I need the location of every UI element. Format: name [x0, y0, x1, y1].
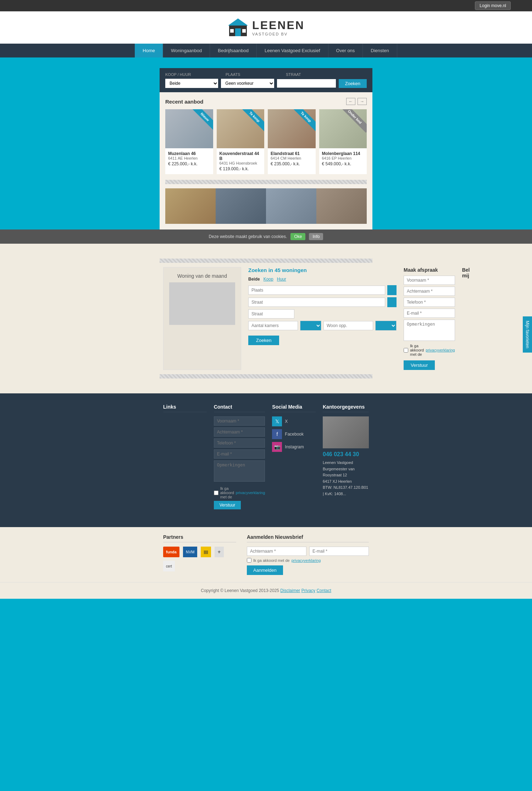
svg-rect-3: [230, 29, 234, 33]
bel-col: Bel mij: [462, 267, 470, 370]
footer-telefoon[interactable]: [214, 438, 265, 448]
footer-privacy-checkbox[interactable]: [214, 491, 218, 495]
strip-photo-1: [165, 188, 216, 224]
woon-select[interactable]: [375, 321, 397, 331]
copyright-disclaimer[interactable]: Disclaimer: [280, 588, 300, 593]
nav-item-home[interactable]: Home: [135, 44, 163, 57]
badge-onderbod: Onder bod: [339, 109, 367, 133]
divider-top: [160, 259, 372, 263]
footer-voornaam[interactable]: [214, 416, 265, 426]
footer-email[interactable]: [214, 449, 265, 459]
logo-sub: VASTGOED BV: [252, 32, 305, 36]
svg-rect-2: [235, 28, 241, 36]
strip-photo-4: [316, 188, 367, 224]
property-price: € 119.000,- k.k.: [220, 166, 262, 171]
zoeken-tab-beide[interactable]: Beide: [248, 277, 260, 282]
property-price: € 235.000,- k.k.: [271, 161, 313, 166]
afspraak-achternaam[interactable]: [404, 287, 455, 296]
property-address: 6416 EP Heerlen: [322, 156, 364, 160]
nieuwsbrief-privacy-checkbox[interactable]: [247, 558, 251, 563]
property-card[interactable]: Onder bod Molenberglaan 114 6416 EP Heer…: [319, 109, 367, 174]
copyright-contact[interactable]: Contact: [316, 588, 331, 593]
zoeken-kamers-input[interactable]: [248, 321, 298, 330]
nieuwsbrief-title: Aanmelden Nieuwsbrief: [247, 534, 369, 542]
content-panel: Recent aanbod ← → Nieuw Muzenlaan 46 641…: [160, 92, 372, 229]
copyright: Copyright © Leenen Vastgoed 2013-2025 Di…: [0, 582, 532, 599]
zoeken-button[interactable]: Zoeken: [248, 336, 279, 345]
footer-links-col: Links: [163, 404, 207, 509]
footer-verstuur-button[interactable]: Verstuur: [214, 501, 241, 509]
footer: Links Contact Ik ga akkoord met de priva…: [0, 393, 532, 527]
cookie-text: Deze website maakt gebruik van cookies.: [209, 234, 287, 239]
aanmelden-button[interactable]: Aanmelden: [247, 565, 283, 575]
partner-logo-cert: cert: [163, 561, 175, 571]
nav-item-woningaanbod[interactable]: Woningaanbod: [163, 44, 210, 57]
next-arrow[interactable]: →: [358, 98, 367, 105]
plaats-select[interactable]: Geen voorkeur Heerlen Hoensbroek: [221, 79, 274, 88]
property-address: 6411 AE Heerlen: [168, 156, 210, 160]
svg-rect-4: [242, 29, 246, 33]
property-card[interactable]: Nieuw Muzenlaan 46 6411 AE Heerlen € 225…: [165, 109, 213, 174]
afspraak-telefoon[interactable]: [404, 298, 455, 307]
privacy-link[interactable]: privacyverklaring: [426, 348, 455, 352]
badge-nieuw: Nieuw: [192, 109, 213, 130]
contact-form-section: Maak afspraak Ik ga akkoord met de priva…: [404, 267, 470, 370]
straat-btn[interactable]: [387, 297, 397, 307]
sidebar-fav-label: Mijn favorieten: [525, 321, 530, 348]
social-instagram[interactable]: 📷 Instagram: [272, 442, 316, 452]
afspraak-voornaam[interactable]: [404, 276, 455, 285]
footer-privacy-link[interactable]: privacyverklaring: [236, 491, 265, 495]
kamers-select[interactable]: [300, 321, 321, 331]
nieuwsbrief-achternaam[interactable]: [247, 547, 306, 556]
zoeken-woon-input[interactable]: [323, 321, 373, 330]
zoeken-straat2-input[interactable]: [248, 309, 294, 319]
cookie-ok-button[interactable]: Oke: [290, 233, 305, 240]
straat-input[interactable]: [277, 79, 336, 88]
kantoor-image: [323, 416, 369, 448]
nav-item-diensten[interactable]: Diensten: [363, 44, 397, 57]
afspraak-email[interactable]: [404, 309, 455, 318]
footer-achternaam[interactable]: [214, 427, 265, 437]
straat-label: STRAAT: [286, 72, 367, 77]
verstuur-button[interactable]: Verstuur: [404, 360, 435, 370]
nav-item-exclusief[interactable]: Leenen Vastgoed Exclusief: [257, 44, 328, 57]
footer-kantoor-title: Kantoorgegevens: [323, 404, 369, 412]
search-button[interactable]: Zoeken: [339, 79, 367, 88]
nvm-logo: NVM: [183, 547, 197, 557]
footer-opmerkingen[interactable]: [214, 460, 265, 482]
login-button[interactable]: Login move.nl: [475, 1, 511, 10]
footer-contact-col: Contact Ik ga akkoord met de privacyverk…: [214, 404, 265, 509]
copyright-privacy[interactable]: Privacy: [301, 588, 315, 593]
footer-privacy-text: Ik ga akkoord met de: [220, 486, 234, 499]
partner-logo-3: ||||: [201, 547, 211, 557]
zoeken-plaats-input[interactable]: [248, 286, 385, 295]
header: LEENEN VASTGOED BV: [0, 11, 532, 44]
plaats-btn[interactable]: [387, 285, 397, 295]
zoeken-straat-input[interactable]: [248, 298, 385, 307]
nieuwsbrief-privacy-link[interactable]: privacyverklaring: [292, 558, 321, 563]
prev-arrow[interactable]: ←: [346, 98, 355, 105]
afspraak-privacy-checkbox[interactable]: [404, 348, 408, 353]
social-twitter[interactable]: 𝕏 X: [272, 416, 316, 426]
footer-links-title: Links: [163, 404, 207, 412]
property-card[interactable]: Te koop Kouvenderstraat 44 B 6431 HG Hoe…: [217, 109, 265, 174]
properties-grid: Nieuw Muzenlaan 46 6411 AE Heerlen € 225…: [165, 109, 367, 174]
afspraak-opmerkingen[interactable]: [404, 320, 455, 341]
kantoor-phone: 046 023 44 30: [323, 451, 369, 458]
nav-item-over-ons[interactable]: Over ons: [328, 44, 363, 57]
cookie-info-button[interactable]: Info: [309, 233, 323, 240]
nav-item-bedrijfsaanbod[interactable]: Bedrijfsaanbod: [210, 44, 257, 57]
property-card[interactable]: Te koop Elandstraat 61 6414 CM Heerlen €…: [268, 109, 316, 174]
koop-huur-select[interactable]: Beide Koop Huur: [165, 79, 218, 88]
cookie-bar: Deze website maakt gebruik van cookies. …: [0, 229, 532, 244]
nieuwsbrief-email[interactable]: [309, 547, 369, 556]
koop-huur-label: KOOP / HUUR: [165, 72, 226, 77]
three-cols: Woning van de maand Zoeken in 45 woninge…: [160, 267, 372, 370]
footer-social-col: Social Media 𝕏 X f Facebook 📷 Instagram: [272, 404, 316, 509]
sidebar-favorites[interactable]: Mijn favorieten: [523, 316, 532, 353]
zoeken-tab-huur[interactable]: Huur: [277, 277, 286, 282]
zoeken-tab-koop[interactable]: Koop: [264, 277, 273, 282]
property-address: 6414 CM Heerlen: [271, 156, 313, 160]
social-facebook[interactable]: f Facebook: [272, 429, 316, 439]
property-name: Kouvenderstraat 44 B: [220, 151, 262, 161]
